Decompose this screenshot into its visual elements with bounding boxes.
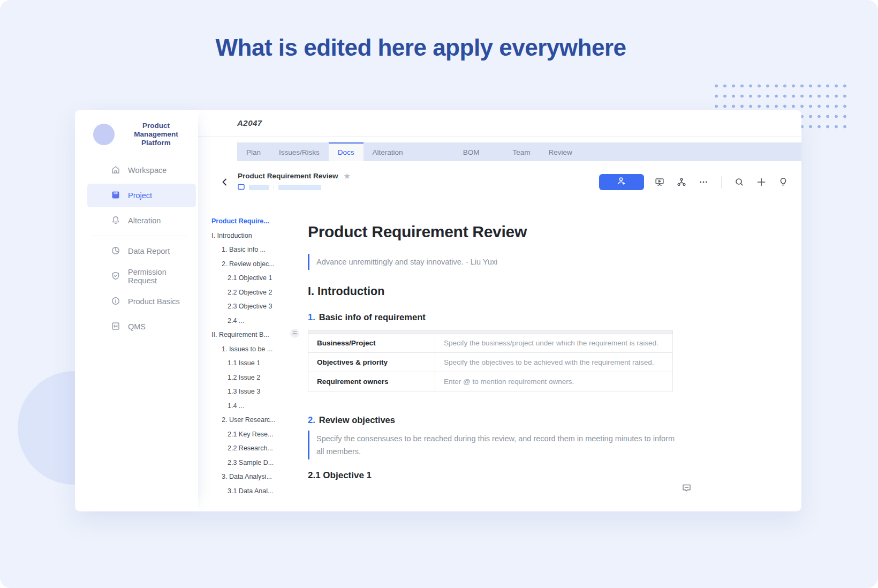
outline-item[interactable]: 3.1 Data Anal... [211,484,308,499]
hero-title: What is edited here apply everywhere [0,34,842,61]
tab-team[interactable]: Team [503,142,539,161]
tab-bom[interactable]: BOM [454,142,489,161]
sidebar-item-product-basics[interactable]: Product Basics [87,290,196,313]
lightbulb-icon[interactable] [777,176,790,189]
table-cell-label: Business/Project [308,334,435,352]
skeleton-bar [249,185,269,190]
page-background: What is edited here apply everywhere Pro… [0,0,878,588]
sidebar-item-label: QMS [128,322,146,331]
drag-handle-icon[interactable]: ☰ [290,329,299,338]
outline-item[interactable]: 1. Issues to be ... [211,342,308,357]
tab-alteration[interactable]: Alteration [364,142,412,161]
tab-docs[interactable]: Docs [329,142,364,161]
qms-grid-icon [111,321,120,333]
project-code: A2047 [237,118,262,127]
home-icon [111,165,120,176]
table-cell-value[interactable]: Enter @ to mention requirement owners. [435,372,672,391]
table-cell-label: Requirement owners [308,372,435,391]
content-area: A2047 Plan Issues/Risks Docs Alteration … [198,110,801,511]
section-heading: I. Introduction [308,285,769,298]
outline-item[interactable]: 2. User Researc... [211,413,308,427]
sidebar: Product Management Platform Workspace Pr… [75,110,198,511]
more-icon[interactable] [697,176,710,189]
tab-plan[interactable]: Plan [237,142,270,161]
pie-chart-icon [111,246,120,257]
subsection-heading: 1.Basic info of requirement [308,312,769,322]
presentation-icon[interactable] [653,176,666,189]
add-person-button[interactable] [599,174,644,190]
doc-quote: Specify the consensuses to be reached du… [308,431,677,459]
doc-outline: Product Require... I. Introduction 1. Ba… [198,202,308,511]
skeleton-separator [274,185,274,190]
sidebar-item-workspace[interactable]: Workspace [87,159,196,182]
outline-item[interactable]: 1.1 Issue 1 [211,356,308,371]
outline-item[interactable]: 2.3 Sample D... [211,456,308,470]
outline-item[interactable]: 2.4 ... [211,314,308,328]
doc-breadcrumb-skeleton [238,183,351,192]
outline-item[interactable]: 2.3 Objective 3 [211,299,308,314]
sidebar-item-project[interactable]: Project [87,184,196,207]
outline-item[interactable]: 2.2 Research... [211,441,308,456]
table-cell-value[interactable]: Specify the business/project under which… [435,334,672,352]
sidebar-item-permission-request[interactable]: Permission Request [87,265,196,288]
outline-item[interactable]: 2.2 Objective 2 [211,285,308,300]
tab-issues-risks[interactable]: Issues/Risks [270,142,329,161]
star-icon[interactable]: ★ [344,172,351,180]
outline-item[interactable]: 1.2 Issue 2 [211,371,308,385]
bell-icon [111,215,120,227]
outline-item[interactable]: 3. Data Analysi... [211,470,308,484]
project-icon [111,190,120,201]
add-person-icon [616,176,627,188]
doc-content[interactable]: Product Requirement Review Advance unrem… [308,202,801,511]
info-circle-icon [111,296,120,307]
toolbar-divider [721,176,722,189]
table-row: Requirement owners Enter @ to mention re… [308,372,672,391]
table-row: Objectives & priority Specify the object… [308,353,672,372]
sidebar-divider [91,236,187,236]
doc-heading: Product Requirement Review [308,222,769,242]
outline-item[interactable]: 2. Review objec... [211,257,308,272]
requirement-table[interactable]: Business/Project Specify the business/pr… [308,330,673,391]
plus-icon[interactable] [755,176,768,189]
logo-avatar [93,124,115,145]
search-icon[interactable] [733,176,746,189]
doc-toolbar: Product Requirement Review ★ [198,161,801,202]
outline-item[interactable]: 1. Basic info ... [211,243,308,257]
sidebar-item-data-report[interactable]: Data Report [87,239,196,263]
doc-body: Product Require... I. Introduction 1. Ba… [198,202,801,511]
doc-title: Product Requirement Review [238,172,338,180]
subsection-title: Basic info of requirement [319,312,426,322]
sidebar-item-label: Product Basics [128,297,180,306]
tab-review[interactable]: Review [539,142,581,161]
back-chevron-icon[interactable] [218,176,231,189]
outline-item[interactable]: 1.3 Issue 3 [211,385,308,399]
sidebar-item-alteration[interactable]: Alteration [87,209,196,232]
outline-item[interactable]: 1.4 ... [211,399,308,413]
objective-heading: 2.1 Objective 1 [308,470,769,481]
content-header: A2047 [198,110,801,137]
sidebar-item-label: Permission Request [128,268,196,285]
hierarchy-icon[interactable] [675,176,688,189]
sidebar-item-label: Project [128,191,152,200]
tab-bar: Plan Issues/Risks Docs Alteration BOM Te… [237,142,801,161]
doc-quote: Advance unremittingly and stay innovativ… [308,254,677,270]
subsection-number: 1. [308,312,315,322]
sidebar-item-label: Alteration [128,216,161,225]
sidebar-item-qms[interactable]: QMS [87,315,196,338]
outline-item[interactable]: Product Require... [211,214,308,229]
outline-item[interactable]: 2.1 Objective 1 [211,271,308,285]
sidebar-nav: Workspace Project Alteration [75,155,198,338]
skeleton-bar [278,185,321,190]
outline-item[interactable]: 2.1 Key Rese... [211,427,308,442]
subsection-title: Review objectives [319,415,395,425]
comment-icon[interactable] [682,483,692,493]
document-icon [238,183,245,192]
subsection-number: 2. [308,415,315,425]
table-cell-value[interactable]: Specify the objectives to be achieved wi… [435,353,672,372]
app-window: Product Management Platform Workspace Pr… [75,110,801,511]
shield-check-icon [111,271,120,282]
table-cell-label: Objectives & priority [308,353,435,372]
logo-text: Product Management Platform [119,122,193,147]
sidebar-item-label: Workspace [128,166,166,175]
outline-item[interactable]: I. Introduction [211,229,308,243]
